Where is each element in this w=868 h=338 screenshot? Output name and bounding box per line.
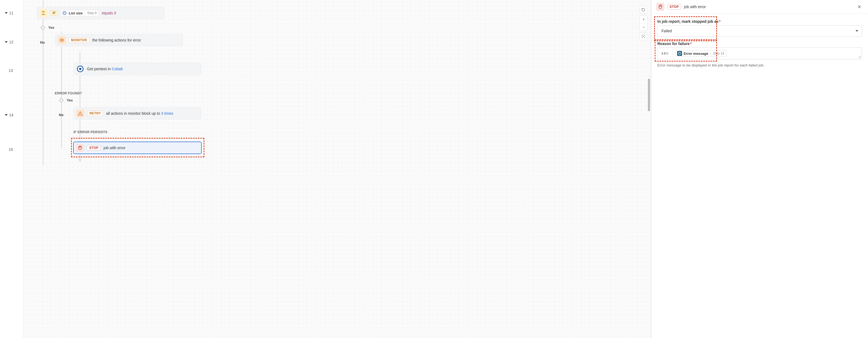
step-11-if[interactable]: IF List size Step 8 equals 0	[37, 7, 164, 19]
zoom-out-button[interactable]: −	[640, 23, 647, 31]
fit-view-button[interactable]	[640, 33, 647, 40]
line-number-label: 13	[9, 68, 13, 73]
cog-icon	[62, 10, 67, 16]
reason-input[interactable]: ABC Error message Step 14	[657, 48, 862, 59]
line-number-gutter: 11 12 13 14 15	[0, 0, 23, 338]
branch-yes: Yes	[67, 98, 73, 102]
if-badge: IF	[50, 10, 58, 16]
scrollbar-thumb[interactable]	[648, 79, 650, 111]
cog-icon	[76, 65, 84, 73]
pill-label: List size	[69, 11, 83, 15]
svg-point-2	[61, 39, 63, 41]
caret-down-icon	[5, 114, 8, 116]
branch-icon	[39, 9, 48, 17]
line-number-label: 11	[9, 11, 13, 15]
stop-hand-icon	[656, 3, 664, 11]
field-mark-job-as: In job report, mark stopped job as* Fail…	[657, 19, 862, 37]
add-step-diamond[interactable]	[78, 159, 81, 161]
select-value: Failed	[661, 29, 672, 33]
step-text: the following actions for error	[92, 38, 141, 42]
panel-title: job with error	[684, 5, 706, 9]
close-panel-button[interactable]	[856, 3, 863, 10]
pill-label: Error message	[684, 52, 708, 56]
panel-body: In job report, mark stopped job as* Fail…	[651, 14, 868, 73]
line-number-11[interactable]: 11	[0, 11, 23, 15]
stop-badge: STOP	[667, 4, 681, 9]
field-label: Reason for failure*	[657, 41, 862, 46]
step-text: all actions in monitor block up to 3 tim…	[106, 111, 173, 116]
zoom-in-button[interactable]: +	[640, 16, 647, 23]
line-number-13[interactable]: 13	[0, 68, 23, 73]
field-reason-for-failure: Reason for failure* ABC Error message St…	[657, 41, 862, 59]
condition-operator: equals	[102, 11, 113, 15]
branch-yes: Yes	[48, 26, 54, 30]
line-number-14[interactable]: 14	[0, 113, 23, 117]
caret-down-icon	[5, 12, 8, 14]
select-wrap: Failed	[657, 25, 862, 37]
svg-point-5	[643, 36, 644, 37]
branch-diamond	[59, 98, 64, 103]
flow-canvas-wrap: 11 12 13 14 15 Yes No Yes No ER	[0, 0, 651, 338]
svg-point-1	[64, 12, 65, 13]
section-error-found: ERROR FOUND?	[55, 91, 82, 95]
monitor-badge: MONITOR	[69, 37, 89, 43]
field-label: In job report, mark stopped job as*	[657, 19, 862, 24]
condition-value: 0	[114, 11, 116, 15]
line-number-label: 14	[9, 113, 13, 117]
section-if-error-persists: IF ERROR PERSISTS	[73, 130, 107, 134]
retry-badge: RETRY	[87, 111, 103, 116]
branch-diamond	[41, 26, 45, 30]
line-number-15[interactable]: 15	[0, 147, 23, 152]
connector	[61, 31, 62, 148]
reset-view-button[interactable]	[640, 6, 647, 13]
step-14-retry[interactable]: RETRY all actions in monitor block up to…	[74, 107, 201, 119]
svg-point-4	[79, 68, 82, 70]
line-number-12[interactable]: 12	[0, 40, 23, 44]
step-13-action[interactable]: Get pentest in Cobalt	[74, 63, 201, 75]
help-text: Error message to be displayed in the job…	[657, 63, 862, 67]
error-icon	[677, 51, 682, 56]
branch-no: No	[59, 113, 63, 117]
stop-badge: STOP	[87, 145, 101, 150]
resize-handle[interactable]	[858, 56, 861, 58]
mark-job-select[interactable]: Failed	[657, 25, 862, 37]
branch-no: No	[40, 40, 45, 45]
error-message-pill[interactable]: Error message Step 14	[676, 50, 726, 57]
step-text: Get pentest in Cobalt	[87, 67, 123, 71]
line-number-label: 12	[9, 40, 13, 44]
pill-step-ref: Step 8	[87, 11, 97, 15]
properties-panel: STOP job with error In job report, mark …	[651, 0, 868, 338]
eye-icon	[58, 36, 66, 44]
stop-hand-icon	[76, 144, 84, 152]
step-text: job with error	[103, 146, 125, 150]
list-size-pill[interactable]: List size Step 8	[61, 10, 99, 16]
caret-down-icon	[5, 41, 8, 43]
reason-content[interactable]: Error message Step 14	[673, 49, 862, 58]
panel-header: STOP job with error	[651, 0, 868, 14]
flow-canvas[interactable]: Yes No Yes No ERROR FOUND? IF ERROR PERS…	[23, 0, 651, 338]
pill-step-ref: Step 14	[713, 52, 724, 55]
step-15-stop[interactable]: STOP job with error	[73, 142, 202, 154]
vertical-scrollbar[interactable]	[648, 0, 650, 338]
step-12-monitor[interactable]: MONITOR the following actions for error	[55, 34, 183, 46]
input-type-badge: ABC	[658, 49, 673, 58]
warning-icon	[76, 109, 84, 117]
canvas-controls: + −	[640, 6, 648, 40]
line-number-label: 15	[9, 147, 13, 152]
